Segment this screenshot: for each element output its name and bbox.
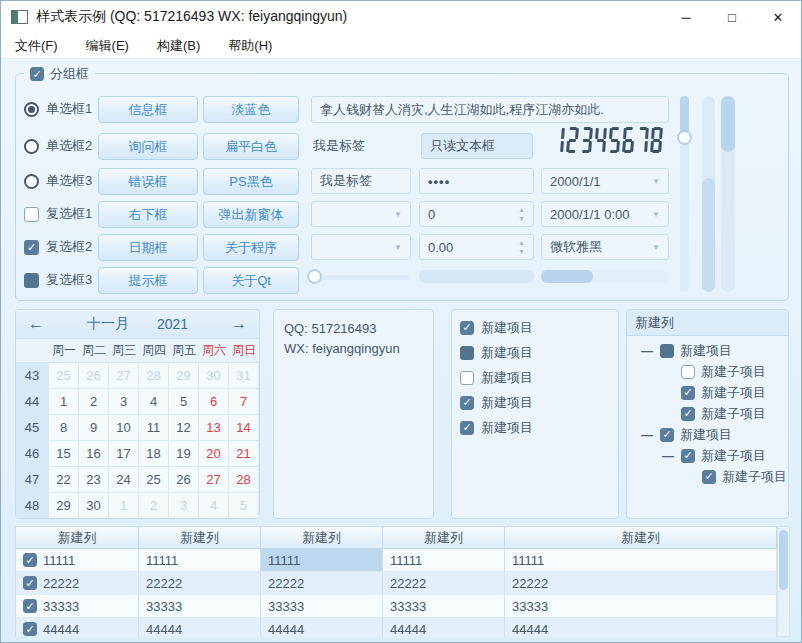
calendar-day-cell[interactable]: 28: [229, 467, 259, 493]
chevron-down-icon[interactable]: ▼: [394, 243, 402, 252]
button-PS黑色[interactable]: PS黑色: [203, 168, 299, 195]
calendar-day-cell[interactable]: 30: [79, 493, 109, 519]
scrollbar-thumb[interactable]: [779, 530, 788, 590]
calendar-day-cell[interactable]: 2: [79, 389, 109, 415]
button-扁平白色[interactable]: 扁平白色: [203, 133, 299, 160]
calendar-day-cell[interactable]: 16: [79, 441, 109, 467]
menu-item-0[interactable]: 文件(F): [1, 33, 72, 58]
vertical-scrollbar-2[interactable]: [721, 96, 735, 292]
tree-row[interactable]: ✓新建子项目: [627, 403, 788, 424]
calendar-day-cell[interactable]: 4: [199, 493, 229, 519]
table-cell[interactable]: 33333: [505, 595, 777, 618]
vertical-scrollbar-1[interactable]: [702, 96, 715, 292]
calendar-day-cell[interactable]: 12: [169, 415, 199, 441]
checkbox-复选框2[interactable]: ✓复选框2: [24, 234, 92, 260]
calendar-day-cell[interactable]: 10: [109, 415, 139, 441]
calendar-day-cell[interactable]: 6: [199, 389, 229, 415]
list-item[interactable]: ✓新建项目: [452, 365, 618, 390]
text-edit[interactable]: QQ: 517216493 WX: feiyangqingyun: [273, 309, 434, 519]
combo-box-2[interactable]: ▼: [311, 234, 411, 260]
button-提示框[interactable]: 提示框: [98, 267, 198, 294]
calendar-day-cell[interactable]: 1: [109, 493, 139, 519]
calendar-day-cell[interactable]: 26: [169, 467, 199, 493]
calendar-day-cell[interactable]: 25: [49, 363, 79, 389]
calendar-day-cell[interactable]: 29: [169, 363, 199, 389]
list-item-checkbox[interactable]: ✓: [460, 346, 474, 360]
table-cell[interactable]: 22222: [139, 572, 261, 595]
calendar-day-cell[interactable]: 17: [109, 441, 139, 467]
maximize-button[interactable]: □: [709, 1, 755, 33]
table-cell[interactable]: 11111: [383, 549, 505, 572]
calendar-year[interactable]: 2021: [157, 316, 188, 332]
spin-box[interactable]: 0 ▲▼: [419, 201, 534, 227]
font-combo-box[interactable]: 微软雅黑 ▼: [541, 234, 669, 260]
tree-item-checkbox[interactable]: ✓: [681, 449, 695, 463]
tree-row[interactable]: —✓新建子项目: [627, 445, 788, 466]
scrollbar-thumb[interactable]: [721, 96, 735, 152]
chevron-down-icon[interactable]: ▼: [652, 210, 660, 219]
radio-indicator[interactable]: [24, 174, 39, 189]
calendar-day-cell[interactable]: 11: [139, 415, 169, 441]
tree-collapse-icon[interactable]: —: [640, 344, 654, 358]
calendar-day-cell[interactable]: 19: [169, 441, 199, 467]
table-cell[interactable]: 44444: [261, 618, 383, 637]
chevron-down-icon[interactable]: ▼: [394, 210, 402, 219]
table-header-cell[interactable]: 新建列: [261, 527, 383, 549]
chevron-down-icon[interactable]: ▼: [652, 177, 660, 186]
radio-单选框3[interactable]: 单选框3: [24, 168, 92, 194]
calendar-day-cell[interactable]: 2: [139, 493, 169, 519]
scrollbar-thumb[interactable]: [702, 178, 715, 292]
calendar-day-cell[interactable]: 22: [49, 467, 79, 493]
menu-item-2[interactable]: 构建(B): [143, 33, 214, 58]
chevron-down-icon[interactable]: ▼: [652, 243, 660, 252]
menu-item-3[interactable]: 帮助(H): [214, 33, 286, 58]
menu-item-1[interactable]: 编辑(E): [72, 33, 143, 58]
list-item-checkbox[interactable]: ✓: [460, 396, 474, 410]
table-cell[interactable]: ✓11111: [16, 549, 139, 572]
button-弹出新窗体[interactable]: 弹出新窗体: [203, 201, 299, 228]
calendar-day-cell[interactable]: 13: [199, 415, 229, 441]
list-item[interactable]: ✓新建项目: [452, 340, 618, 365]
password-field[interactable]: ••••: [419, 168, 534, 194]
calendar-day-cell[interactable]: 27: [109, 363, 139, 389]
close-button[interactable]: ✕: [755, 1, 801, 33]
button-日期框[interactable]: 日期框: [98, 234, 198, 261]
button-关于程序[interactable]: 关于程序: [203, 234, 299, 261]
datetime-edit[interactable]: 2000/1/1 0:00 ▼: [541, 201, 669, 227]
spin-arrows-icon[interactable]: ▲▼: [518, 206, 525, 222]
tree-row[interactable]: —✓新建项目: [627, 424, 788, 445]
table-cell[interactable]: 33333: [139, 595, 261, 618]
calendar-month[interactable]: 十一月: [87, 315, 129, 333]
table-cell[interactable]: 33333: [261, 595, 383, 618]
calendar-day-cell[interactable]: 4: [139, 389, 169, 415]
table-cell[interactable]: ✓44444: [16, 618, 139, 637]
table-header-cell[interactable]: 新建列: [505, 527, 777, 549]
minimize-button[interactable]: ─: [663, 1, 709, 33]
combo-box-1[interactable]: ▼: [311, 201, 411, 227]
calendar-prev-icon[interactable]: ←: [28, 315, 44, 333]
tree-row[interactable]: ✓新建子项目: [627, 466, 788, 487]
vertical-slider-handle[interactable]: [677, 130, 692, 145]
button-错误框[interactable]: 错误框: [98, 168, 198, 195]
table-cell[interactable]: 44444: [383, 618, 505, 637]
calendar-next-icon[interactable]: →: [231, 315, 247, 333]
tree-item-checkbox[interactable]: ✓: [702, 470, 716, 484]
list-item[interactable]: ✓新建项目: [452, 415, 618, 440]
tree-row[interactable]: ✓新建子项目: [627, 361, 788, 382]
calendar-day-cell[interactable]: 28: [139, 363, 169, 389]
table-cell[interactable]: 22222: [383, 572, 505, 595]
calendar-day-cell[interactable]: 30: [199, 363, 229, 389]
calendar-day-cell[interactable]: 5: [169, 389, 199, 415]
motto-input[interactable]: 拿人钱财替人消灾,人生江湖如此,程序江湖亦如此.: [311, 96, 669, 123]
date-edit[interactable]: 2000/1/1 ▼: [541, 168, 669, 194]
calendar-day-cell[interactable]: 20: [199, 441, 229, 467]
calendar-day-cell[interactable]: 27: [199, 467, 229, 493]
table-cell[interactable]: 44444: [505, 618, 777, 637]
horizontal-scrollbar[interactable]: [541, 270, 669, 283]
checkbox-indicator[interactable]: ✓: [24, 207, 39, 222]
button-淡蓝色[interactable]: 淡蓝色: [203, 96, 299, 123]
list-item-checkbox[interactable]: ✓: [460, 421, 474, 435]
tree-item-checkbox[interactable]: ✓: [681, 386, 695, 400]
radio-单选框1[interactable]: 单选框1: [24, 96, 92, 122]
calendar-day-cell[interactable]: 23: [79, 467, 109, 493]
